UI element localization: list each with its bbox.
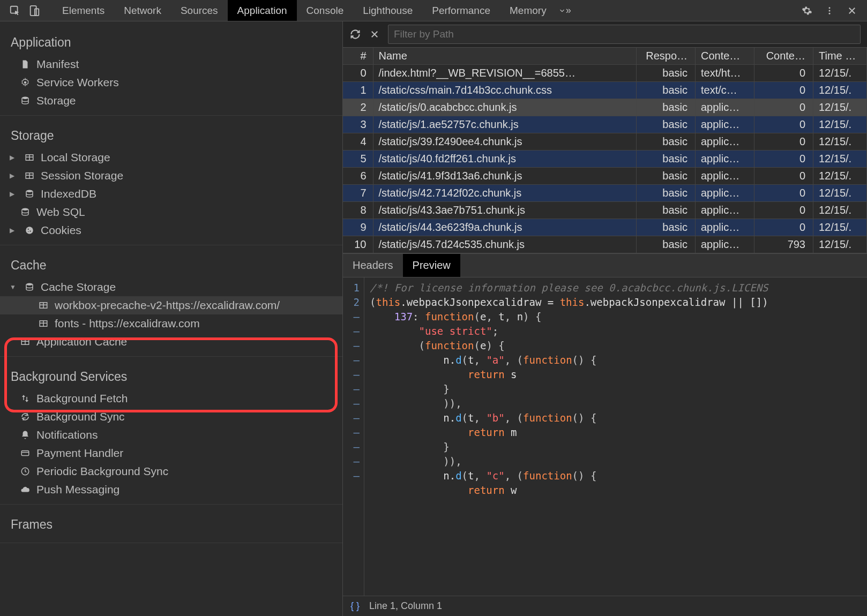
column-header[interactable]: # <box>343 48 373 65</box>
table-row[interactable]: 2/static/js/0.acabcbcc.chunk.jsbasicappl… <box>343 99 867 116</box>
sidebar-item-label: Application Cache <box>36 335 127 348</box>
sidebar-item-indexeddb[interactable]: IndexedDB <box>0 185 342 203</box>
svg-point-3 <box>829 7 831 9</box>
table-row[interactable]: 1/static/css/main.7d14b3cc.chunk.cssbasi… <box>343 82 867 99</box>
sidebar-item-notifications[interactable]: Notifications <box>0 426 342 444</box>
tab-console[interactable]: Console <box>297 0 354 21</box>
delete-icon[interactable] <box>369 28 380 40</box>
table-row[interactable]: 9/static/js/44.3e623f9a.chunk.jsbasicapp… <box>343 219 867 236</box>
cell-idx: 3 <box>343 116 373 133</box>
table-row[interactable]: 0/index.html?__WB_REVISION__=6855…basict… <box>343 65 867 82</box>
cell-resp: basic <box>637 236 696 253</box>
braces-icon[interactable]: { } <box>350 600 360 612</box>
sidebar-item-service-workers[interactable]: Service Workers <box>0 73 342 92</box>
table-row[interactable]: 7/static/js/42.7142f02c.chunk.jsbasicapp… <box>343 185 867 202</box>
cell-resp: basic <box>637 202 696 219</box>
cell-name: /static/js/42.7142f02c.chunk.js <box>373 185 637 202</box>
cell-ctype: text/c… <box>696 82 754 99</box>
tab-performance[interactable]: Performance <box>422 0 500 21</box>
code-line: (this.webpackJsonpexcalidraw = this.webp… <box>370 295 768 310</box>
filter-input[interactable] <box>388 25 861 44</box>
refresh-icon[interactable] <box>349 28 361 40</box>
cell-ctype: applic… <box>696 151 754 168</box>
tab-memory[interactable]: Memory <box>500 0 556 21</box>
column-header[interactable]: Conte… <box>696 48 754 65</box>
table-row[interactable]: 6/static/js/41.9f3d13a6.chunk.jsbasicapp… <box>343 168 867 185</box>
code-line: n.d(t, "c", (function() { <box>370 469 768 483</box>
cell-name: /static/css/main.7d14b3cc.chunk.css <box>373 82 637 99</box>
column-header[interactable]: Respo… <box>637 48 696 65</box>
storage-icon <box>24 281 35 293</box>
cell-clen: 0 <box>754 82 813 99</box>
cursor-position: Line 1, Column 1 <box>369 600 442 612</box>
cell-ctype: applic… <box>696 236 754 253</box>
svg-point-13 <box>28 229 29 230</box>
sidebar-item-push-messaging[interactable]: Push Messaging <box>0 480 342 499</box>
close-icon[interactable] <box>846 4 858 17</box>
column-header[interactable]: Name <box>373 48 637 65</box>
tab-application[interactable]: Application <box>228 0 297 21</box>
cell-resp: basic <box>637 133 696 151</box>
sidebar-item-workbox-precache-v2-https-excalidraw-com[interactable]: workbox-precache-v2-https://excalidraw.c… <box>0 296 342 314</box>
gutter-line: – <box>347 440 360 454</box>
settings-icon[interactable] <box>801 4 813 17</box>
tab-lighthouse[interactable]: Lighthouse <box>353 0 422 21</box>
column-header[interactable]: Conte… <box>754 48 813 65</box>
table-row[interactable]: 8/static/js/43.3ae7b751.chunk.jsbasicapp… <box>343 202 867 219</box>
sidebar-item-payment-handler[interactable]: Payment Handler <box>0 444 342 462</box>
table-row[interactable]: 3/static/js/1.ae52757c.chunk.jsbasicappl… <box>343 116 867 133</box>
sidebar-item-periodic-background-sync[interactable]: Periodic Background Sync <box>0 462 342 480</box>
tab-sources[interactable]: Sources <box>171 0 228 21</box>
svg-point-10 <box>26 190 33 193</box>
code-line: )), <box>370 454 768 469</box>
devtools-toolbar: ElementsNetworkSourcesApplicationConsole… <box>0 0 867 21</box>
table-row[interactable]: 5/static/js/40.fd2ff261.chunk.jsbasicapp… <box>343 151 867 168</box>
panel-tabs: ElementsNetworkSourcesApplicationConsole… <box>53 0 556 21</box>
sidebar-item-label: workbox-precache-v2-https://excalidraw.c… <box>55 299 280 312</box>
cell-idx: 5 <box>343 151 373 168</box>
sidebar-item-background-fetch[interactable]: Background Fetch <box>0 389 342 408</box>
table-row[interactable]: 10/static/js/45.7d24c535.chunk.jsbasicap… <box>343 236 867 253</box>
cell-time: 12/15/. <box>813 133 867 151</box>
cell-time: 12/15/. <box>813 168 867 185</box>
cell-idx: 10 <box>343 236 373 253</box>
sidebar-item-cache-storage[interactable]: Cache Storage <box>0 278 342 296</box>
cell-resp: basic <box>637 151 696 168</box>
sidebar-item-storage[interactable]: Storage <box>0 92 342 110</box>
cell-clen: 0 <box>754 99 813 116</box>
subtab-preview[interactable]: Preview <box>403 254 460 277</box>
sidebar-item-web-sql[interactable]: Web SQL <box>0 203 342 221</box>
sidebar-item-label: Periodic Background Sync <box>36 465 168 478</box>
cell-clen: 793 <box>754 236 813 253</box>
tab-elements[interactable]: Elements <box>53 0 114 21</box>
sidebar-item-local-storage[interactable]: Local Storage <box>0 148 342 167</box>
sidebar-item-background-sync[interactable]: Background Sync <box>0 408 342 426</box>
cell-time: 12/15/. <box>813 185 867 202</box>
cell-idx: 6 <box>343 168 373 185</box>
sidebar-item-fonts-https-excalidraw-com[interactable]: fonts - https://excalidraw.com <box>0 314 342 333</box>
cell-idx: 2 <box>343 99 373 116</box>
sidebar-item-application-cache[interactable]: Application Cache <box>0 333 342 351</box>
table-icon <box>38 318 49 329</box>
sidebar-item-session-storage[interactable]: Session Storage <box>0 167 342 185</box>
column-header[interactable]: Time … <box>813 48 867 65</box>
sidebar-item-manifest[interactable]: Manifest <box>0 55 342 73</box>
subtab-headers[interactable]: Headers <box>343 254 403 277</box>
cell-ctype: applic… <box>696 116 754 133</box>
table-row[interactable]: 4/static/js/39.f2490ee4.chunk.jsbasicapp… <box>343 133 867 151</box>
cell-clen: 0 <box>754 202 813 219</box>
inspect-icon[interactable] <box>9 4 21 17</box>
device-icon[interactable] <box>28 4 41 17</box>
cell-time: 12/15/. <box>813 236 867 253</box>
code-line: } <box>370 440 768 454</box>
gutter-line: – <box>347 454 360 469</box>
status-bar: { } Line 1, Column 1 <box>343 596 867 616</box>
more-tabs-icon[interactable]: » <box>558 4 571 17</box>
group-frames: Frames <box>0 510 342 537</box>
tab-network[interactable]: Network <box>114 0 171 21</box>
code-preview: 12–––––––––––– /*! For license informati… <box>343 277 867 596</box>
cell-name: /static/js/0.acabcbcc.chunk.js <box>373 99 637 116</box>
kebab-icon[interactable] <box>823 4 836 17</box>
cell-name: /static/js/44.3e623f9a.chunk.js <box>373 219 637 236</box>
sidebar-item-cookies[interactable]: Cookies <box>0 221 342 239</box>
